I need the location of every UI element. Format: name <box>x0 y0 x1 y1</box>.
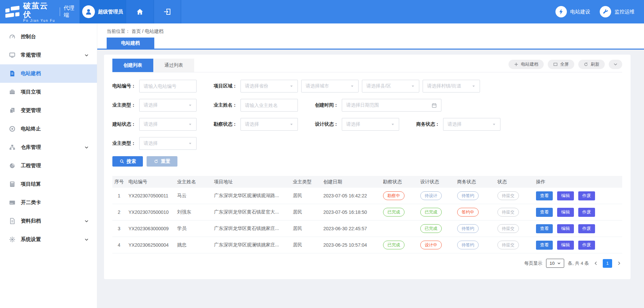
column-header: 勘察状态 <box>380 179 418 185</box>
quick-link-label: 监控运维 <box>614 9 635 15</box>
card-icon <box>9 199 16 206</box>
sidebar-item-gear[interactable]: 系统设置 <box>0 230 97 249</box>
sidebar-item-copy[interactable]: 变更管理 <box>0 101 97 120</box>
user-avatar-icon <box>82 5 95 18</box>
sidebar-item-briefcase[interactable]: 项目立项 <box>0 83 97 101</box>
cell-design-status: 待设计 <box>418 191 454 200</box>
sidebar-item-dashboard[interactable]: 控制台 <box>0 27 97 46</box>
cell-status-status: 待提交 <box>495 208 533 217</box>
edit-button[interactable]: 编辑 <box>557 191 574 200</box>
filter-field: 请选择县/区 <box>362 80 419 93</box>
refresh-icon <box>584 62 588 67</box>
dashboard-icon <box>9 33 16 40</box>
tab-passed-list[interactable]: 通过列表 <box>153 59 194 72</box>
sidebar-item-card[interactable]: 开二类卡 <box>0 193 97 212</box>
date-range-input[interactable]: 请选择日期范围 <box>342 99 441 112</box>
filter-input[interactable] <box>139 80 197 93</box>
content-card: 创建列表 通过列表 电站建档全屏刷新 电站编号：项目区域：请选择省份请选择城市请… <box>104 55 631 279</box>
filter-label: 商务状态： <box>416 121 440 127</box>
filter-select[interactable]: 请选择县/区 <box>362 80 419 93</box>
sidebar-item-calculator[interactable]: 项目结算 <box>0 175 97 193</box>
filter-row: 建站状态：请选择勘察状态：请选择设计状态：请选择商务状态：请选择 <box>112 118 622 131</box>
sidebar-item-label: 变更管理 <box>21 107 41 114</box>
prev-page-button[interactable] <box>593 261 599 265</box>
sidebar-item-pie[interactable]: 工程管理 <box>0 157 97 175</box>
status-pill: 待提交 <box>497 224 519 233</box>
cell-status-status: 待提交 <box>495 224 533 233</box>
sidebar-item-monitor[interactable]: 常规管理 <box>0 46 97 64</box>
logout-button[interactable] <box>154 0 181 23</box>
cell-seq: 3 <box>112 226 126 231</box>
calendar-icon <box>431 103 437 108</box>
filter-select[interactable]: 请选择村镇/街道 <box>423 80 480 93</box>
filter-input[interactable] <box>240 99 298 112</box>
next-page-button[interactable] <box>616 261 622 265</box>
text-input[interactable] <box>144 83 192 89</box>
collapse-button[interactable] <box>609 60 622 69</box>
chevron-right-icon <box>617 261 621 265</box>
user-menu[interactable]: 超级管理员 <box>79 0 126 23</box>
breadcrumb: 当前位置： 首页 / 电站建档 <box>107 28 164 35</box>
filter-select[interactable]: 请选择 <box>139 118 197 131</box>
filter-select[interactable]: 请选择 <box>443 118 500 131</box>
quick-link-label: 电站建设 <box>570 9 590 15</box>
sidebar-item-label: 系统设置 <box>21 236 41 243</box>
status-pill: 待签约 <box>457 191 479 200</box>
view-button[interactable]: 查看 <box>536 191 553 200</box>
select-placeholder: 请选择县/区 <box>366 83 391 89</box>
quick-link-bolt[interactable]: 电站建设 <box>555 6 590 17</box>
tab-create-list[interactable]: 创建列表 <box>112 59 153 72</box>
table-header: 序号电站编号业主姓名项目地址业主类型创建日期勘察状态设计状态商务状态状态操作 <box>112 176 622 188</box>
bolt-icon <box>555 6 567 17</box>
briefcase-icon <box>9 88 16 96</box>
filter-select[interactable]: 请选择 <box>139 137 197 150</box>
cell-seq: 4 <box>112 242 126 248</box>
filter-label: 创建时间： <box>315 102 338 108</box>
cell-survey-status: 勘察中 <box>380 191 418 200</box>
fullscreen-icon <box>553 62 558 67</box>
breadcrumb-bar: 当前位置： 首页 / 电站建档 电站建档 <box>97 23 644 50</box>
filter-select[interactable]: 请选择 <box>139 99 197 112</box>
edit-button[interactable]: 编辑 <box>557 241 574 250</box>
status-pill: 已完成 <box>420 208 442 217</box>
sidebar-item-record[interactable]: 电站终止 <box>0 120 97 138</box>
quick-link-wrench[interactable]: 监控运维 <box>600 6 635 17</box>
filter-select[interactable]: 请选择省份 <box>240 80 298 93</box>
reset-button[interactable]: 重置 <box>147 156 177 167</box>
edit-button[interactable]: 编辑 <box>557 224 574 233</box>
toolbar-button-label: 刷新 <box>591 61 599 67</box>
search-button[interactable]: 搜索 <box>112 156 143 167</box>
page-tab[interactable]: 电站建档 <box>107 38 154 49</box>
caret-down-icon <box>289 122 293 126</box>
cell-owner: 姚忠 <box>174 242 211 248</box>
breadcrumb-path[interactable]: 首页 / 电站建档 <box>131 28 164 34</box>
sidebar-item-sitemap[interactable]: 仓库管理 <box>0 138 97 157</box>
status-pill: 待签约 <box>457 224 479 233</box>
void-button[interactable]: 作废 <box>578 241 595 250</box>
refresh-button[interactable]: 刷新 <box>578 60 605 69</box>
view-button[interactable]: 查看 <box>536 224 553 233</box>
add-station-button[interactable]: 电站建档 <box>508 60 544 69</box>
void-button[interactable]: 作废 <box>578 208 595 217</box>
filter-select[interactable]: 请选择 <box>342 118 399 131</box>
page-number-current[interactable]: 1 <box>603 259 612 268</box>
edit-button[interactable]: 编辑 <box>557 208 574 217</box>
cell-created-at: 2023-06-25 10:57:04 <box>321 242 380 248</box>
filter-label: 业主类型： <box>112 140 136 146</box>
text-input[interactable] <box>245 103 293 108</box>
caret-down-icon <box>472 84 476 88</box>
filter-field: 设计状态：请选择 <box>315 118 399 131</box>
view-button[interactable]: 查看 <box>536 241 553 250</box>
void-button[interactable]: 作废 <box>578 191 595 200</box>
page-size-select[interactable]: 10 <box>546 259 564 268</box>
column-header: 项目地址 <box>211 179 290 185</box>
view-button[interactable]: 查看 <box>536 208 553 217</box>
sidebar-item-archive[interactable]: 资料归档 <box>0 212 97 230</box>
void-button[interactable]: 作废 <box>578 224 595 233</box>
fullscreen-button[interactable]: 全屏 <box>548 60 574 69</box>
sidebar-item-document[interactable]: 电站建档 <box>0 64 97 83</box>
filter-select[interactable]: 请选择 <box>240 118 298 131</box>
filter-select[interactable]: 请选择城市 <box>301 80 359 93</box>
sidebar-item-label: 常规管理 <box>21 52 41 58</box>
home-button[interactable] <box>126 0 154 23</box>
